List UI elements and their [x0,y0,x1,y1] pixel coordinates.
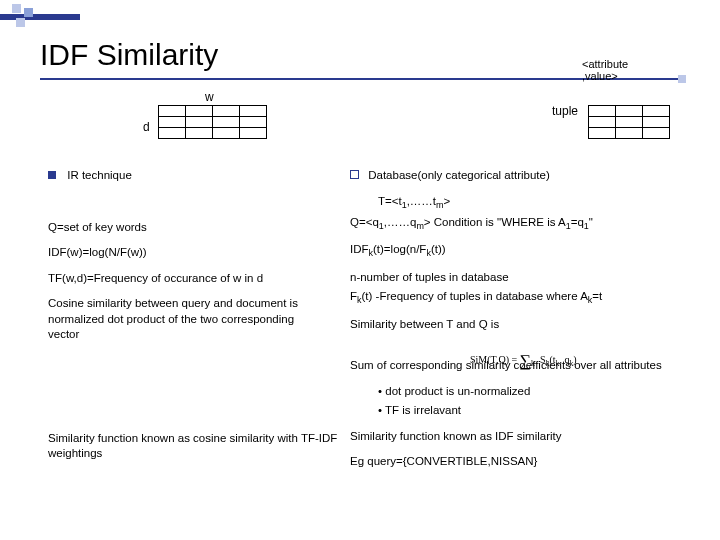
text-fk-def: Fk(t) -Frequency of tuples in database w… [350,289,690,306]
grid-tuple [588,105,670,139]
text-similarity-function-idf: Similarity function known as IDF similar… [350,429,690,445]
bullet-dot-unnormalized: dot product is un-normalized [350,384,690,400]
bullet-database-categorical: Database(only categorical attribute) [350,168,690,184]
text-q-def: Q=<q1,……qm> Condition is "WHERE is A1=q1… [350,215,690,232]
square-bullet-icon [48,171,56,179]
text-dot-unnormalized: dot product is un-normalized [385,385,530,397]
text-q-set: Q=set of key words [48,220,338,236]
label-attribute-value: <attribute ,value> [582,58,628,82]
slide: IDF Similarity w d <attribute ,value> tu… [0,0,720,540]
slide-title: IDF Similarity [40,38,218,72]
text-example-query: Eg query={CONVERTIBLE,NISSAN} [350,454,690,470]
label-tuple: tuple [552,104,578,118]
text-cosine-similarity: Cosine similarity between query and docu… [48,296,298,343]
formula-sum-index: k [531,359,535,368]
grid-wd [158,105,267,139]
bullet-tf-irrelevant: TF is irrelavant [350,403,690,419]
text-tf-irrelevant: TF is irrelavant [385,404,461,416]
bullet-ir-technique: IR technique [48,168,338,184]
text-database-categorical: Database(only categorical attribute) [368,169,550,181]
text-n-def: n-number of tuples in database [350,270,690,286]
sigma-icon: ∑ [520,352,531,369]
square-outline-bullet-icon [350,170,359,179]
slide-corner-decoration [0,2,80,24]
text-similarity-function-tfidf-inner: Similarity function known as cosine simi… [48,432,337,460]
similarity-formula: SiM(T,Q) = ∑k Sk(tk, qk) [470,352,577,370]
text-tf: TF(w,d)=Frequency of occurance of w in d [48,271,338,287]
text-similarity-function-tfidf: Similarity function known as cosine simi… [48,431,338,462]
text-similarity-tq: Similarity between T and Q is [350,317,690,333]
left-column: IR technique Q=set of key words IDF(w)=l… [48,168,338,472]
label-w: w [205,90,214,104]
text-idf-k: IDFk(t)=log(n/Fk(t)) [350,242,690,259]
right-column: Database(only categorical attribute) T=<… [350,168,690,480]
text-t-def: T=<t1,……tm> [350,194,690,211]
text-ir-technique: IR technique [67,169,132,181]
text-idf-w: IDF(w)=log(N/F(w)) [48,245,338,261]
formula-lhs: SiM(T,Q) = [470,354,520,365]
label-d: d [143,120,150,134]
